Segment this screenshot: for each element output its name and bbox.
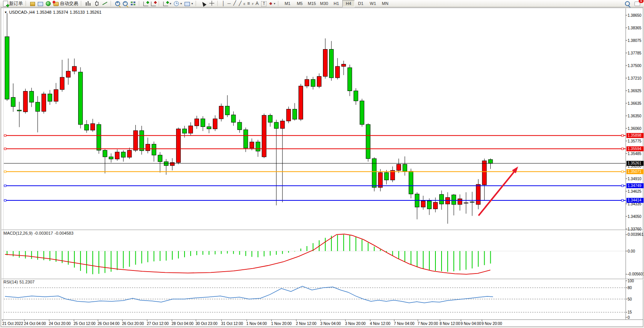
market-watch-icon — [30, 2, 35, 6]
time-axis-label: 3 Nov 04:00 — [320, 322, 341, 326]
tf-button-M5[interactable]: M5 — [294, 0, 306, 7]
ohlc-high: 1.35374 — [53, 10, 68, 14]
candle-body — [219, 106, 223, 119]
tf-button-M15[interactable]: M15 — [306, 0, 318, 7]
text-button[interactable]: A — [254, 0, 260, 7]
line-endpoint-handle[interactable] — [4, 171, 6, 173]
vertical-line-button[interactable]: │ — [221, 0, 226, 7]
zoom-out-button[interactable] — [122, 0, 129, 7]
tile-windows-button[interactable] — [129, 0, 137, 7]
dropdown-arrow-icon: ▾ — [180, 2, 182, 5]
arrows-icon: ◆ — [269, 1, 272, 6]
tf-button-H1[interactable]: H1 — [330, 0, 342, 7]
line-endpoint-handle[interactable] — [622, 171, 623, 173]
tile-windows-icon — [130, 1, 136, 6]
bar-chart-button[interactable] — [84, 0, 92, 7]
auto-trading-button[interactable]: 自动交易 — [52, 0, 79, 7]
new-order-button[interactable]: 新订单 — [1, 0, 24, 7]
ohlc-low: 1.35133 — [70, 10, 85, 14]
templates-button[interactable]: ▾ — [183, 0, 194, 7]
indicators-button[interactable]: ▾ — [162, 0, 172, 7]
tf-button-MN[interactable]: MN — [379, 0, 391, 7]
time-axis-label: 24 Oct 20:00 — [49, 322, 71, 326]
candle-body — [329, 49, 334, 78]
time-axis-label: 26 Oct 20:00 — [122, 322, 144, 326]
search-button[interactable] — [624, 0, 631, 7]
toolbar-separator — [159, 1, 161, 6]
candle-body — [244, 130, 248, 148]
line-endpoint-handle[interactable] — [622, 148, 623, 150]
signals-button[interactable] — [45, 0, 52, 7]
time-axis-label: 24 Oct 04:00 — [24, 322, 46, 326]
price-tick-label: 1.34910 — [628, 177, 642, 181]
time-axis-label: 1 Nov 20:00 — [271, 322, 292, 326]
rsi-line — [5, 286, 493, 303]
time-axis-label: 3 Nov 20:00 — [345, 322, 366, 326]
crosshair-button[interactable] — [208, 0, 216, 7]
rsi-tick-label: 80 — [628, 286, 632, 290]
line-endpoint-handle[interactable] — [4, 134, 6, 136]
candle-body — [317, 77, 321, 86]
text-label-button[interactable]: T — [260, 0, 268, 7]
trendline-button[interactable]: ╱ — [232, 0, 237, 7]
candle-body — [286, 109, 291, 121]
arrows-button[interactable]: ◆▾ — [268, 0, 276, 7]
timeframe-group: M1M5M15M30H1H4D1W1MN — [281, 0, 391, 7]
candle-body — [146, 144, 150, 150]
rsi-tick-label: 100 — [628, 279, 634, 283]
tf-button-W1[interactable]: W1 — [367, 0, 379, 7]
price-tick-label: 1.35485 — [628, 152, 642, 156]
price-tick-label: 1.36350 — [628, 114, 642, 118]
tf-button-D1[interactable]: D1 — [355, 0, 367, 7]
candlestick-chart-button[interactable] — [93, 0, 101, 7]
candle-body — [440, 194, 444, 204]
fibonacci-button[interactable]: ≡ — [246, 0, 254, 7]
chart-window[interactable]: ▼USDCAD-,H41.353481.353741.351331.35261 … — [1, 8, 643, 327]
indicators-icon — [163, 2, 168, 6]
horizontal-line-button[interactable]: ─ — [226, 0, 232, 7]
market-watch-button[interactable] — [29, 0, 36, 7]
chart-shift-button[interactable] — [150, 0, 157, 7]
candle-body — [103, 150, 107, 157]
cursor-button[interactable] — [199, 0, 207, 7]
line-chart-button[interactable] — [101, 0, 109, 7]
macd-histogram — [7, 235, 491, 274]
chart-canvas[interactable]: 1.386501.383651.380751.377851.375001.372… — [1, 8, 644, 327]
tf-button-M30[interactable]: M30 — [318, 0, 330, 7]
time-axis-label: 1 Nov 04:00 — [246, 322, 267, 326]
line-endpoint-handle[interactable] — [622, 185, 623, 187]
template-icon — [185, 2, 190, 6]
periods-button[interactable]: ▾ — [173, 0, 183, 7]
macd-signal-value: -0.004583 — [55, 231, 74, 235]
search-icon — [625, 1, 630, 6]
candle-body — [384, 173, 389, 180]
collapse-triangle-icon[interactable]: ▼ — [4, 11, 7, 14]
price-tick-label: 1.35775 — [628, 139, 642, 143]
price-tick-label: 1.36060 — [628, 126, 642, 131]
line-endpoint-handle[interactable] — [622, 134, 623, 136]
time-axis-label: 9 Nov 20:00 — [482, 322, 502, 326]
line-endpoint-handle[interactable] — [4, 199, 6, 201]
line-endpoint-handle[interactable] — [622, 199, 623, 201]
notifications-button[interactable]: 1 — [633, 0, 641, 7]
candle-body — [458, 199, 462, 205]
line-endpoint-handle[interactable] — [4, 148, 6, 150]
chart-window-button[interactable] — [37, 0, 44, 7]
time-axis-label: 21 Oct 2022 — [2, 322, 23, 326]
time-axis-label: 26 Oct 04:00 — [98, 322, 120, 326]
tf-button-H4[interactable]: H4 — [342, 0, 355, 7]
price-tick-label: 1.36635 — [628, 101, 642, 106]
price-tick-label: 1.38365 — [628, 26, 642, 30]
cursor-icon — [201, 1, 207, 7]
candle-body — [48, 94, 52, 102]
auto-scroll-button[interactable] — [142, 0, 149, 7]
zoom-in-button[interactable] — [114, 0, 121, 7]
tf-button-M1[interactable]: M1 — [281, 0, 294, 7]
candle-body — [201, 119, 205, 127]
equidistant-channel-button[interactable]: ╱ — [238, 0, 246, 7]
candle-body — [403, 164, 407, 171]
time-axis[interactable]: 21 Oct 202224 Oct 04:0024 Oct 20:0025 Oc… — [2, 320, 502, 326]
line-endpoint-handle[interactable] — [4, 185, 6, 187]
horizontal-line-icon: ─ — [228, 1, 231, 6]
dropdown-arrow-icon: ▾ — [170, 2, 171, 5]
